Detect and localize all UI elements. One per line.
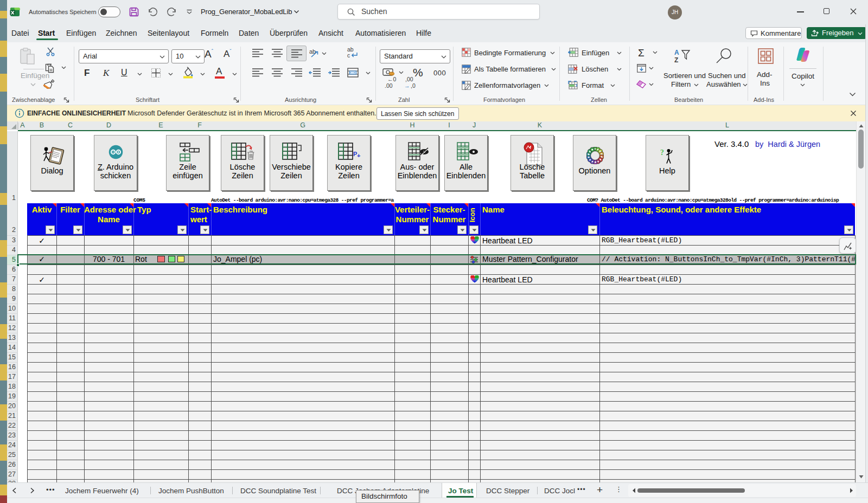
svg-text:,0: ,0 — [411, 82, 416, 89]
svg-text:Z: Z — [674, 56, 678, 63]
svg-text:A: A — [674, 49, 679, 56]
svg-text:,00: ,00 — [405, 76, 413, 82]
svg-text:→: → — [404, 82, 410, 89]
svg-text:←0: ←0 — [387, 76, 397, 82]
svg-text:.00: .00 — [385, 82, 393, 89]
svg-text:+: + — [357, 152, 360, 159]
svg-text:?: ? — [660, 149, 664, 157]
svg-text:c: c — [347, 52, 350, 59]
